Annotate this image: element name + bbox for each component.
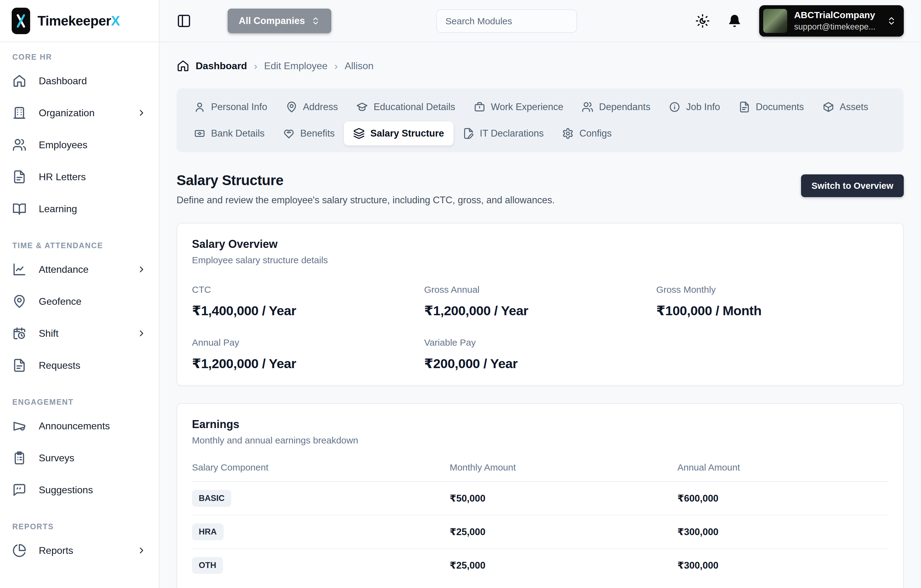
sidebar-item-surveys[interactable]: Surveys bbox=[0, 443, 159, 473]
tab-bank-details[interactable]: Bank Details bbox=[185, 122, 274, 145]
clipboard-list-icon bbox=[12, 451, 26, 465]
tab-assets[interactable]: Assets bbox=[814, 95, 878, 119]
brand-logo-icon bbox=[12, 8, 30, 34]
metric-annual-pay: Annual Pay ₹1,200,000 / Year bbox=[192, 337, 424, 371]
sidebar-item-label: Reports bbox=[39, 545, 73, 556]
monthly-amount: ₹25,000 bbox=[450, 526, 677, 538]
user-menu[interactable]: ABCTrialCompany support@timekeepe... bbox=[759, 5, 904, 37]
section-label-time-attendance: TIME & ATTENDANCE bbox=[12, 241, 159, 250]
component-badge: HRA bbox=[192, 523, 224, 540]
earnings-card: Earnings Monthly and annual earnings bre… bbox=[177, 403, 904, 588]
sidebar-item-geofence[interactable]: Geofence bbox=[0, 287, 159, 316]
sidebar-item-hr-letters[interactable]: HR Letters bbox=[0, 162, 159, 191]
annual-amount: ₹300,000 bbox=[677, 560, 888, 571]
sidebar-item-dashboard[interactable]: Dashboard bbox=[0, 67, 159, 95]
sidebar-item-reports[interactable]: Reports bbox=[0, 536, 159, 565]
sidebar-item-employees[interactable]: Employees bbox=[0, 130, 159, 159]
earnings-subtitle: Monthly and annual earnings breakdown bbox=[192, 435, 888, 446]
metric-label: Annual Pay bbox=[192, 337, 424, 348]
section-label-reports: REPORTS bbox=[12, 522, 159, 531]
tab-salary-structure[interactable]: Salary Structure bbox=[344, 122, 454, 145]
sidebar-item-learning[interactable]: Learning bbox=[0, 194, 159, 223]
page-title: Salary Structure bbox=[177, 172, 555, 188]
sidebar-item-shift[interactable]: Shift bbox=[0, 319, 159, 348]
earnings-table-header: Salary Component Monthly Amount Annual A… bbox=[192, 462, 888, 482]
switch-to-overview-button[interactable]: Switch to Overview bbox=[801, 174, 904, 197]
page-header-texts: Salary Structure Define and review the e… bbox=[177, 172, 555, 206]
breadcrumb-item-dashboard[interactable]: Dashboard bbox=[196, 60, 247, 71]
sidebar-item-attendance[interactable]: Attendance bbox=[0, 255, 159, 284]
chevron-right-icon bbox=[137, 546, 146, 556]
tab-label: Dependants bbox=[599, 101, 650, 112]
tab-documents[interactable]: Documents bbox=[729, 95, 814, 119]
sidebar-toggle-icon[interactable] bbox=[177, 13, 191, 28]
tab-job-info[interactable]: Job Info bbox=[659, 95, 729, 119]
tab-label: Salary Structure bbox=[370, 128, 444, 139]
section-label-core-hr: CORE HR bbox=[12, 53, 159, 62]
sidebar-item-requests[interactable]: Requests bbox=[0, 351, 159, 380]
employee-tabs: Personal Info Address Educational Detail… bbox=[177, 88, 904, 152]
search-input[interactable] bbox=[436, 9, 577, 33]
tab-label: Assets bbox=[840, 101, 868, 112]
monthly-amount: ₹50,000 bbox=[450, 493, 677, 504]
breadcrumb-item-allison[interactable]: Allison bbox=[345, 60, 373, 71]
chevron-right-icon bbox=[137, 328, 146, 338]
breadcrumb-separator: › bbox=[334, 60, 338, 72]
tab-it-declarations[interactable]: IT Declarations bbox=[454, 122, 553, 145]
user-email: support@timekeepe... bbox=[794, 22, 875, 32]
notifications-bell-icon[interactable] bbox=[728, 13, 741, 28]
heart-icon bbox=[283, 128, 295, 139]
metric-value: ₹1,200,000 / Year bbox=[192, 356, 424, 371]
sidebar-item-organization[interactable]: Organization bbox=[0, 98, 159, 127]
house-icon[interactable] bbox=[177, 59, 189, 72]
bank-card-icon bbox=[194, 128, 205, 139]
home-icon bbox=[12, 74, 26, 88]
file-text-icon bbox=[12, 358, 26, 372]
chevron-right-icon bbox=[137, 265, 146, 275]
tab-dependants[interactable]: Dependants bbox=[573, 95, 659, 119]
topbar: All Companies ABCTrialCompany support@ti… bbox=[159, 0, 921, 42]
tab-label: Personal Info bbox=[211, 101, 267, 112]
section-label-engagement: ENGAGEMENT bbox=[12, 398, 159, 406]
tab-configs[interactable]: Configs bbox=[553, 122, 621, 145]
sidebar-item-announcements[interactable]: Announcements bbox=[0, 411, 159, 440]
salary-overview-title: Salary Overview bbox=[192, 238, 888, 251]
metric-gross-monthly: Gross Monthly ₹100,000 / Month bbox=[656, 284, 888, 318]
tab-educational-details[interactable]: Educational Details bbox=[347, 95, 464, 119]
users-icon bbox=[582, 101, 593, 113]
tab-work-experience[interactable]: Work Experience bbox=[464, 95, 573, 119]
metric-value: ₹1,400,000 / Year bbox=[192, 303, 424, 318]
sidebar-item-label: Shift bbox=[39, 328, 59, 339]
book-open-icon bbox=[12, 202, 26, 216]
breadcrumb-item-edit-employee[interactable]: Edit Employee bbox=[264, 60, 327, 71]
graduation-cap-icon bbox=[356, 101, 368, 113]
theme-toggle-icon[interactable] bbox=[695, 13, 710, 28]
company-selector-button[interactable]: All Companies bbox=[228, 9, 331, 33]
tab-address[interactable]: Address bbox=[277, 95, 347, 119]
page-subtitle: Define and review the employee's salary … bbox=[177, 195, 555, 206]
table-row: BASIC ₹50,000 ₹600,000 bbox=[192, 482, 888, 515]
tab-label: Configs bbox=[579, 128, 612, 139]
sidebar-item-label: Organization bbox=[39, 107, 94, 119]
column-header-annual-amount: Annual Amount bbox=[677, 462, 888, 473]
avatar bbox=[763, 9, 787, 33]
sidebar: TimekeeperX CORE HR Dashboard Organizati… bbox=[0, 0, 159, 588]
info-badge-icon bbox=[669, 101, 680, 113]
sidebar-item-label: Geofence bbox=[39, 296, 81, 307]
annual-amount: ₹600,000 bbox=[677, 493, 888, 504]
layers-icon bbox=[353, 128, 365, 139]
sidebar-item-label: Learning bbox=[39, 203, 77, 214]
metric-variable-pay: Variable Pay ₹200,000 / Year bbox=[424, 337, 656, 371]
earnings-title: Earnings bbox=[192, 418, 888, 431]
sidebar-item-suggestions[interactable]: Suggestions bbox=[0, 476, 159, 504]
salary-overview-subtitle: Employee salary structure details bbox=[192, 255, 888, 265]
pie-chart-icon bbox=[12, 543, 26, 557]
metric-gross-annual: Gross Annual ₹1,200,000 / Year bbox=[424, 284, 656, 318]
tab-benefits[interactable]: Benefits bbox=[274, 122, 344, 145]
tab-label: Work Experience bbox=[491, 101, 563, 112]
tab-personal-info[interactable]: Personal Info bbox=[185, 95, 277, 119]
table-row: OTH ₹25,000 ₹300,000 bbox=[192, 549, 888, 582]
metric-label: Variable Pay bbox=[424, 337, 656, 348]
column-header-monthly-amount: Monthly Amount bbox=[450, 462, 677, 473]
annual-amount: ₹300,000 bbox=[677, 526, 888, 538]
